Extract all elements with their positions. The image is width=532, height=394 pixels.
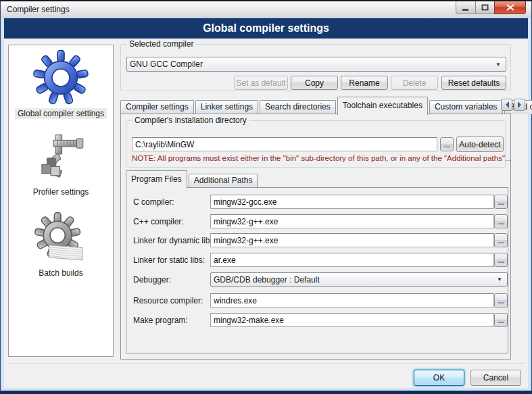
field-row: Linker for dynamic libs: ... xyxy=(126,233,508,248)
sidebar-item-label: Global compiler settings xyxy=(15,108,107,119)
maximize-icon xyxy=(481,4,489,11)
field-label: Linker for dynamic libs: xyxy=(133,236,216,245)
compiler-select-value: GNU GCC Compiler xyxy=(130,59,203,69)
tab-additional-paths[interactable]: Additional Paths xyxy=(189,174,258,188)
cancel-button[interactable]: Cancel xyxy=(470,370,521,386)
caliper-icon xyxy=(34,132,87,184)
ok-button[interactable]: OK xyxy=(414,370,464,386)
minimize-icon xyxy=(462,5,469,11)
browse-resource-compiler-button[interactable]: ... xyxy=(494,293,508,307)
blue-gear-icon xyxy=(32,49,89,106)
arrow-left-icon xyxy=(502,101,509,108)
compiler-tabs: Compiler settings Linker settings Search… xyxy=(120,96,526,114)
compiler-select[interactable]: GNU GCC Compiler ▼ xyxy=(126,57,506,72)
installation-directory-group: Compiler's installation directory ... Au… xyxy=(126,120,506,168)
static-linker-input[interactable] xyxy=(210,253,494,267)
browse-static-linker-button[interactable]: ... xyxy=(494,253,508,267)
browse-make-program-button[interactable]: ... xyxy=(494,313,508,327)
selected-compiler-group-label: Selected compiler xyxy=(126,39,196,49)
program-files-panel: C compiler: ... C++ compiler: ... Linker… xyxy=(126,187,508,353)
field-row: C++ compiler: ... xyxy=(126,214,508,229)
sidebar-item-global-compiler-settings[interactable]: Global compiler settings xyxy=(9,49,113,119)
compiler-settings-window: Compiler settings Global compiler settin… xyxy=(0,0,532,394)
settings-sidebar: Global compiler settings xyxy=(8,45,114,357)
resource-compiler-input[interactable] xyxy=(210,293,494,307)
installation-directory-group-label: Compiler's installation directory xyxy=(132,116,249,125)
set-as-default-button: Set as default xyxy=(234,76,288,90)
c-compiler-input[interactable] xyxy=(210,195,494,209)
delete-button: Delete xyxy=(391,76,438,90)
cpp-compiler-input[interactable] xyxy=(210,214,494,228)
copy-button[interactable]: Copy xyxy=(291,76,338,90)
tab-compiler-settings[interactable]: Compiler settings xyxy=(120,100,194,114)
selected-compiler-group: Selected compiler GNU GCC Compiler ▼ Set… xyxy=(120,44,511,91)
chevron-down-icon: ▼ xyxy=(493,61,503,68)
field-row: C compiler: ... xyxy=(126,195,508,210)
titlebar: Compiler settings xyxy=(1,1,531,18)
window-title: Compiler settings xyxy=(7,1,70,18)
browse-dynamic-linker-button[interactable]: ... xyxy=(494,233,508,247)
field-label: C++ compiler: xyxy=(133,217,184,226)
window-controls xyxy=(456,1,526,14)
field-row: Linker for static libs: ... xyxy=(126,253,508,268)
close-icon xyxy=(506,4,514,11)
program-tabs: Program Files Additional Paths xyxy=(126,171,508,188)
field-label: Resource compiler: xyxy=(133,296,203,305)
sidebar-item-label: Batch builds xyxy=(36,268,85,278)
rename-button[interactable]: Rename xyxy=(341,76,388,90)
field-row: Make program: ... xyxy=(126,313,508,328)
tab-search-directories[interactable]: Search directories xyxy=(260,100,336,114)
installation-directory-input[interactable] xyxy=(132,137,437,151)
tab-scroll-left-button[interactable] xyxy=(501,99,512,111)
dialog-content: Global compiler settings xyxy=(4,39,528,388)
field-label: Debugger: xyxy=(133,275,171,285)
tab-program-files[interactable]: Program Files xyxy=(126,170,187,189)
gray-gear-stack-icon xyxy=(34,212,88,266)
toolchain-executables-panel: Compiler's installation directory ... Au… xyxy=(120,114,511,360)
sidebar-item-batch-builds[interactable]: Batch builds xyxy=(9,212,113,278)
field-label: C compiler: xyxy=(133,197,174,207)
reset-defaults-button[interactable]: Reset defaults xyxy=(441,76,506,90)
auto-detect-button[interactable]: Auto-detect xyxy=(456,137,504,152)
arrow-right-icon xyxy=(518,101,525,108)
maximize-button[interactable] xyxy=(476,1,494,14)
field-row: Debugger: GDB/CDB debugger : Default ▼ xyxy=(126,272,508,287)
make-program-input[interactable] xyxy=(210,313,494,327)
field-label: Make program: xyxy=(133,316,188,325)
footer-divider xyxy=(8,364,524,365)
tab-linker-settings[interactable]: Linker settings xyxy=(195,100,258,114)
field-row: Resource compiler: ... xyxy=(126,293,508,308)
sidebar-item-profiler-settings[interactable]: Profiler settings xyxy=(9,132,113,197)
dynamic-linker-input[interactable] xyxy=(210,233,494,247)
field-label: Linker for static libs: xyxy=(133,255,205,265)
minimize-button[interactable] xyxy=(456,1,476,14)
tab-scroll-right-button[interactable] xyxy=(514,99,525,111)
sidebar-item-label: Profiler settings xyxy=(30,187,92,197)
chevron-down-icon: ▼ xyxy=(495,276,504,282)
browse-c-compiler-button[interactable]: ... xyxy=(494,195,508,209)
tab-toolchain-executables[interactable]: Toolchain executables xyxy=(337,97,428,115)
close-button[interactable] xyxy=(494,1,526,14)
browse-directory-button[interactable]: ... xyxy=(440,137,454,151)
debugger-select[interactable]: GDB/CDB debugger : Default ▼ xyxy=(210,272,508,287)
tab-custom-variables[interactable]: Custom variables xyxy=(429,100,503,114)
debugger-select-value: GDB/CDB debugger : Default xyxy=(214,275,320,285)
browse-cpp-compiler-button[interactable]: ... xyxy=(494,214,508,228)
bin-subdirectory-note: NOTE: All programs must exist either in … xyxy=(132,154,512,162)
page-title: Global compiler settings xyxy=(4,18,528,39)
